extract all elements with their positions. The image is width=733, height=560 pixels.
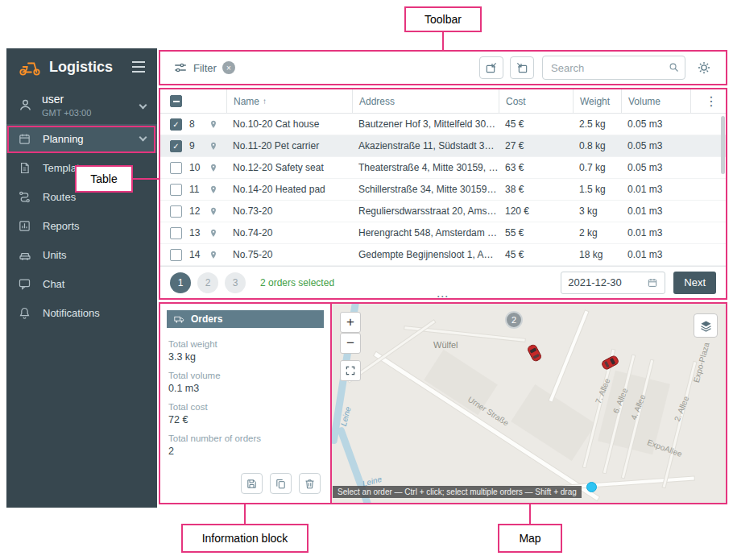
order-cost: 55 € bbox=[499, 227, 573, 239]
settings-gear-icon[interactable] bbox=[697, 60, 711, 75]
location-pin-icon bbox=[209, 162, 226, 174]
fullscreen-button[interactable] bbox=[340, 360, 361, 381]
table-scrollbar[interactable] bbox=[721, 116, 725, 174]
unit-location-dot[interactable] bbox=[586, 482, 597, 492]
table-row[interactable]: 12 No.73-20 Reguliersdwarsstraat 20, Ams… bbox=[160, 201, 726, 222]
sidebar-item-chat[interactable]: Chat bbox=[6, 269, 157, 298]
order-address: Gedempte Begijnensloot 1, Amster... bbox=[352, 249, 499, 260]
pagination: 123 bbox=[170, 272, 252, 293]
orders-icon bbox=[173, 314, 185, 325]
zoom-in-button[interactable]: + bbox=[340, 312, 361, 333]
location-pin-icon bbox=[209, 205, 226, 218]
map-label: 2. Allee bbox=[673, 395, 690, 423]
order-address: Schillerstraße 34, Mitte 30159, Han... bbox=[352, 184, 499, 195]
order-cost: 38 € bbox=[499, 184, 573, 195]
clear-filter-icon[interactable]: × bbox=[222, 61, 235, 74]
table-row[interactable]: 10 No.12-20 Safety seat Theaterstraße 4,… bbox=[160, 157, 726, 179]
order-volume: 0.05 m3 bbox=[621, 140, 690, 151]
map[interactable]: WülfelUrner StraßeLeineLeine7. Allee6. A… bbox=[330, 302, 727, 504]
row-checkbox[interactable] bbox=[170, 249, 182, 261]
row-number: 9 bbox=[189, 140, 209, 151]
table-row[interactable]: ✓ 9 No.11-20 Pet carrier Akazienstraße 1… bbox=[160, 135, 726, 157]
order-weight: 0.7 kg bbox=[573, 162, 621, 173]
annotation-toolbar: Toolbar bbox=[404, 6, 482, 32]
column-header-cost[interactable]: Cost bbox=[499, 89, 573, 113]
order-weight: 3 kg bbox=[573, 205, 621, 217]
column-header-weight[interactable]: Weight bbox=[573, 89, 621, 113]
select-all-checkbox[interactable] bbox=[170, 95, 182, 107]
import-file-button[interactable] bbox=[510, 56, 534, 79]
layers-button[interactable] bbox=[694, 313, 718, 338]
filter-icon bbox=[173, 60, 188, 75]
page-button-1[interactable]: 1 bbox=[170, 272, 191, 293]
order-weight: 18 kg bbox=[573, 249, 621, 260]
order-name: No.75-20 bbox=[226, 249, 352, 260]
map-road bbox=[348, 320, 435, 382]
information-block: Orders Total weight3.3 kgTotal volume0.1… bbox=[159, 302, 332, 504]
row-checkbox[interactable]: ✓ bbox=[170, 140, 182, 152]
copy-button[interactable] bbox=[270, 473, 292, 494]
column-header-address[interactable]: Address bbox=[352, 89, 499, 113]
location-pin-icon bbox=[209, 118, 226, 131]
vehicle-marker[interactable] bbox=[600, 354, 621, 371]
search-input[interactable] bbox=[542, 56, 685, 80]
column-header-volume[interactable]: Volume bbox=[621, 89, 690, 113]
toolbar: Filter × bbox=[159, 50, 727, 85]
sidebar-item-units[interactable]: Units bbox=[6, 240, 157, 269]
save-button[interactable] bbox=[241, 473, 263, 494]
zoom-out-button[interactable]: − bbox=[340, 333, 361, 354]
user-name: user bbox=[42, 93, 91, 106]
table-row[interactable]: 14 No.75-20 Gedempte Begijnensloot 1, Am… bbox=[160, 244, 726, 266]
column-header-name[interactable]: Name↑ bbox=[226, 89, 352, 113]
table-row[interactable]: 13 No.74-20 Herengracht 548, Amsterdam 1… bbox=[160, 222, 726, 244]
date-picker[interactable]: 2021-12-30 bbox=[561, 272, 665, 294]
order-address: Theaterstraße 4, Mitte 30159, Hann... bbox=[352, 162, 499, 173]
row-checkbox[interactable] bbox=[170, 162, 182, 174]
app-header: Logistics bbox=[6, 48, 157, 85]
user-timezone: GMT +03:00 bbox=[42, 108, 91, 118]
splitter-handle[interactable]: ⋯ bbox=[432, 289, 453, 304]
page-button-2[interactable]: 2 bbox=[197, 272, 218, 293]
vehicle-marker[interactable] bbox=[526, 342, 544, 363]
bell-icon bbox=[18, 305, 34, 320]
sidebar-item-planning[interactable]: Planning bbox=[6, 124, 157, 153]
next-button[interactable]: Next bbox=[673, 272, 716, 294]
sidebar-item-label: Planning bbox=[43, 133, 84, 145]
sidebar-item-reports[interactable]: Reports bbox=[6, 211, 157, 240]
order-address: Reguliersdwarsstraat 20, Amsterda... bbox=[352, 205, 499, 217]
order-cost: 63 € bbox=[499, 162, 573, 173]
screen: Logistics user GMT +03:00 Planning Templ… bbox=[0, 0, 733, 560]
order-cost: 45 € bbox=[499, 118, 573, 130]
orders-actions bbox=[241, 473, 321, 494]
sidebar-item-label: Chat bbox=[43, 278, 64, 290]
row-checkbox[interactable] bbox=[170, 205, 182, 218]
location-pin-icon bbox=[209, 140, 226, 152]
chevron-down-icon bbox=[139, 134, 147, 142]
delete-button[interactable] bbox=[299, 473, 321, 494]
order-cost: 120 € bbox=[499, 205, 573, 217]
sidebar-item-notifications[interactable]: Notifications bbox=[6, 298, 157, 327]
reports-icon bbox=[18, 218, 34, 233]
row-checkbox[interactable] bbox=[170, 227, 182, 239]
column-menu-icon[interactable]: ⋮ bbox=[705, 93, 718, 109]
row-checkbox[interactable] bbox=[170, 184, 182, 196]
order-name: No.10-20 Cat house bbox=[226, 118, 352, 130]
map-canvas[interactable]: WülfelUrner StraßeLeineLeine7. Allee6. A… bbox=[332, 304, 726, 503]
table-row[interactable]: ✓ 8 No.10-20 Cat house Bautzener Hof 3, … bbox=[160, 114, 726, 135]
sidebar-item-label: Notifications bbox=[43, 307, 100, 319]
orders-summary-header: Orders bbox=[167, 310, 324, 328]
page-button-3[interactable]: 3 bbox=[225, 272, 246, 293]
row-checkbox[interactable]: ✓ bbox=[170, 118, 182, 131]
location-pin-icon bbox=[209, 249, 226, 261]
cluster-marker[interactable]: 2 bbox=[505, 311, 523, 329]
user-menu[interactable]: user GMT +03:00 bbox=[6, 85, 157, 124]
info-field-label: Total cost bbox=[168, 402, 322, 412]
filter-button[interactable]: Filter × bbox=[168, 60, 240, 75]
table-row[interactable]: 11 No.14-20 Heated pad Schillerstraße 34… bbox=[160, 179, 726, 201]
order-volume: 0.05 m3 bbox=[621, 118, 690, 130]
import-orders-button[interactable] bbox=[479, 56, 503, 79]
menu-toggle-icon[interactable] bbox=[131, 61, 146, 73]
order-volume: 0.01 m3 bbox=[621, 184, 690, 195]
orders-table: Name↑ Address Cost Weight Volume ⋮ ✓ 8 N… bbox=[159, 88, 727, 300]
table-header: Name↑ Address Cost Weight Volume ⋮ bbox=[160, 89, 726, 114]
